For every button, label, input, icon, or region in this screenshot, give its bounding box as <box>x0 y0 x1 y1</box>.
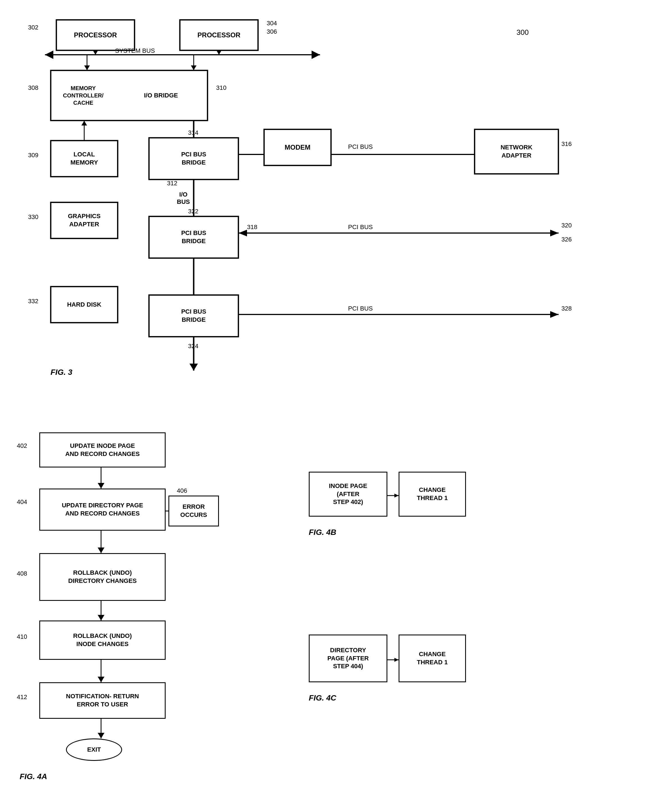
svg-marker-1 <box>45 50 54 59</box>
bottom-section: UPDATE INODE PAGE AND RECORD CHANGES 402… <box>11 416 661 803</box>
ref-302: 302 <box>28 24 39 31</box>
svg-marker-12 <box>84 65 90 70</box>
ref-314: 314 <box>188 129 198 137</box>
dir-page-box: DIRECTORY PAGE (AFTER STEP 404) <box>309 634 387 682</box>
local-memory-box: LOCAL MEMORY <box>50 140 118 177</box>
ref-406: 406 <box>177 487 187 494</box>
io-bridge-box: I/O BRIDGE <box>115 70 208 121</box>
fig4c-arrow <box>387 656 401 664</box>
fig4b-arrow <box>387 491 401 500</box>
pci-bus-bridge2-box: PCI BUS BRIDGE <box>149 216 239 258</box>
ref-318: 318 <box>247 223 257 231</box>
svg-marker-57 <box>394 494 399 497</box>
fig4c-title: FIG. 4C <box>309 694 336 702</box>
pci-bus-bridge3-box: PCI BUS BRIDGE <box>149 295 239 337</box>
ref-412: 412 <box>17 694 27 701</box>
ref-316: 316 <box>562 140 572 148</box>
ref-402: 402 <box>17 442 27 450</box>
ref-308: 308 <box>28 84 39 91</box>
ref-304: 304 <box>267 20 277 27</box>
ref-410: 410 <box>17 633 27 640</box>
change-thread1-b-box: CHANGE THREAD 1 <box>399 472 466 517</box>
pci-bus3-label: PCI BUS <box>348 305 373 312</box>
processor1-box: PROCESSOR <box>56 20 135 50</box>
svg-marker-36 <box>550 230 558 236</box>
ref-404: 404 <box>17 498 27 506</box>
memory-ctrl-box: MEMORY CONTROLLER/ CACHE <box>50 70 115 121</box>
ref-330: 330 <box>28 213 39 221</box>
svg-marker-43 <box>550 311 558 318</box>
io-bus-label: I/O BUS <box>177 191 190 205</box>
ref-300: 300 <box>516 28 529 37</box>
exit-oval: EXIT <box>66 738 122 761</box>
fig3-title: FIG. 3 <box>50 368 72 377</box>
svg-marker-53 <box>98 677 104 682</box>
change-thread1-c-box: CHANGE THREAD 1 <box>399 634 466 682</box>
ref-332: 332 <box>28 297 39 305</box>
step404-box: UPDATE DIRECTORY PAGE AND RECORD CHANGES <box>39 489 166 531</box>
step408-box: ROLLBACK (UNDO) DIRECTORY CHANGES <box>39 553 166 601</box>
network-adapter-box: NETWORK ADAPTER <box>474 129 558 174</box>
pci-bus2-label: PCI BUS <box>348 223 373 231</box>
step402-box: UPDATE INODE PAGE AND RECORD CHANGES <box>39 432 166 468</box>
svg-marker-47 <box>98 548 104 553</box>
svg-marker-19 <box>190 364 198 371</box>
svg-marker-6 <box>93 50 98 55</box>
ref-310: 310 <box>216 84 227 91</box>
inode-page-box: INODE PAGE (AFTER STEP 402) <box>309 472 387 517</box>
hard-disk-box: HARD DISK <box>50 286 118 323</box>
ref-320: 320 <box>562 222 572 229</box>
svg-marker-51 <box>98 615 104 621</box>
svg-marker-45 <box>98 483 104 489</box>
ref-309: 309 <box>28 152 39 159</box>
step412-box: NOTIFICATION- RETURN ERROR TO USER <box>39 682 166 719</box>
svg-marker-59 <box>394 658 399 662</box>
system-bus-label: SYSTEM BUS <box>115 47 155 54</box>
ref-312: 312 <box>167 180 177 187</box>
svg-marker-14 <box>191 65 196 70</box>
ref-326: 326 <box>562 236 572 243</box>
fig4a-title: FIG. 4A <box>19 772 47 781</box>
svg-marker-2 <box>312 50 320 59</box>
svg-marker-55 <box>98 733 104 738</box>
ref-408: 408 <box>17 570 27 577</box>
svg-marker-8 <box>216 50 222 55</box>
graphics-adapter-box: GRAPHICS ADAPTER <box>50 202 118 239</box>
pci-bus-bridge1-box: PCI BUS BRIDGE <box>149 138 239 180</box>
processor2-box: PROCESSOR <box>180 20 258 50</box>
ref-328: 328 <box>562 305 572 312</box>
pci-bus1-label: PCI BUS <box>348 143 373 151</box>
fig4b-title: FIG. 4B <box>309 528 336 537</box>
step410-box: ROLLBACK (UNDO) INODE CHANGES <box>39 621 166 660</box>
fig4a-svg <box>11 416 230 803</box>
fig4a-diagram: UPDATE INODE PAGE AND RECORD CHANGES 402… <box>11 416 230 803</box>
ref-306: 306 <box>267 28 277 36</box>
fig4bc-diagram: INODE PAGE (AFTER STEP 402) CHANGE THREA… <box>286 416 539 803</box>
svg-marker-17 <box>81 121 87 125</box>
ref-324: 324 <box>188 343 198 350</box>
modem-box: MODEM <box>264 129 331 166</box>
error-occurs-box: ERROR OCCURS <box>169 496 219 527</box>
ref-322: 322 <box>188 208 198 215</box>
fig3-diagram: PROCESSOR 302 PROCESSOR 304 306 SYSTEM B… <box>11 11 629 399</box>
svg-marker-37 <box>239 230 247 236</box>
